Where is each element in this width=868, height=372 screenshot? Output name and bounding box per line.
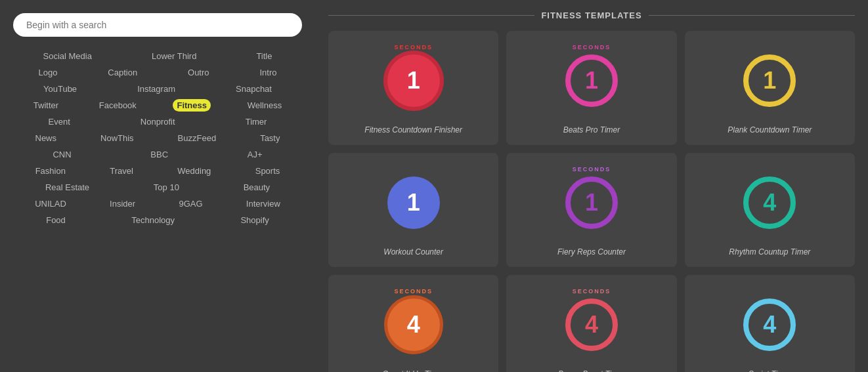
tag-cnn[interactable]: CNN xyxy=(49,148,75,161)
tags-row: LogoCaptionOutroIntro xyxy=(13,66,302,79)
tag-bbc[interactable]: BBC xyxy=(146,148,172,161)
template-visual-sprint: 4 xyxy=(695,285,844,364)
tag-insider[interactable]: Insider xyxy=(106,197,139,210)
tag-youtube[interactable]: YouTube xyxy=(39,83,81,95)
tag-intro[interactable]: Intro xyxy=(255,66,280,79)
template-card-fiery[interactable]: SECONDS1Fiery Reps Counter xyxy=(506,153,676,267)
tag-social-media[interactable]: Social Media xyxy=(39,50,96,62)
tag-real-estate[interactable]: Real Estate xyxy=(41,181,93,194)
circle-timer-power: 4 xyxy=(565,299,618,351)
header-line-right xyxy=(649,15,855,16)
tag-beauty[interactable]: Beauty xyxy=(240,181,274,194)
tags-row: EventNonprofitTimer xyxy=(13,115,302,128)
template-visual-countup: SECONDS4 xyxy=(339,285,488,364)
template-visual-power: SECONDS4 xyxy=(517,285,666,364)
tag-fashion[interactable]: Fashion xyxy=(32,165,70,177)
template-card-fitness-countdown[interactable]: SECONDS1Fitness Countdown Finisher xyxy=(328,31,498,145)
tags-row: CNNBBCAJ+ xyxy=(13,148,302,161)
tag-fitness[interactable]: Fitness xyxy=(173,99,211,112)
tag-wellness[interactable]: Wellness xyxy=(244,99,286,112)
tag-top-10[interactable]: Top 10 xyxy=(150,181,183,194)
template-label-beats-pro: Beats Pro Timer xyxy=(563,125,620,134)
template-visual-fiery: SECONDS1 xyxy=(517,163,666,242)
template-label-plank: Plank Countdown Timer xyxy=(727,125,812,134)
template-label-sprint: Sprint Timer xyxy=(749,369,791,372)
tag-shopify[interactable]: Shopify xyxy=(236,214,272,226)
circle-timer-rhythm: 4 xyxy=(743,176,796,229)
tag-wedding[interactable]: Wedding xyxy=(173,165,215,177)
tag-tasty[interactable]: Tasty xyxy=(256,132,284,144)
template-card-sprint[interactable]: 4Sprint Timer xyxy=(685,275,855,372)
seconds-badge-beats-pro: SECONDS xyxy=(573,44,611,51)
tag-news[interactable]: News xyxy=(32,132,61,144)
seconds-badge-power: SECONDS xyxy=(573,288,611,295)
template-card-countup[interactable]: SECONDS4Count It Up Timer xyxy=(328,275,498,372)
templates-grid: SECONDS1Fitness Countdown FinisherSECOND… xyxy=(328,31,855,372)
template-label-rhythm: Rhythm Countup Timer xyxy=(729,247,810,257)
template-card-plank[interactable]: 1Plank Countdown Timer xyxy=(685,31,855,145)
template-card-power[interactable]: SECONDS4Power Boost Timer xyxy=(506,275,676,372)
circle-timer-fiery: 1 xyxy=(565,176,618,229)
template-card-rhythm[interactable]: 4Rhythm Countup Timer xyxy=(685,153,855,267)
template-visual-beats-pro: SECONDS1 xyxy=(517,41,666,120)
tag-snapchat[interactable]: Snapchat xyxy=(232,83,276,95)
tags-row: FashionTravelWeddingSports xyxy=(13,165,302,177)
template-label-fitness-countdown: Fitness Countdown Finisher xyxy=(364,125,462,134)
tags-row: NewsNowThisBuzzFeedTasty xyxy=(13,132,302,144)
tag-lower-third[interactable]: Lower Third xyxy=(148,50,200,62)
tag-interview[interactable]: Interview xyxy=(242,197,284,210)
tag-travel[interactable]: Travel xyxy=(106,165,137,177)
tag-instagram[interactable]: Instagram xyxy=(133,83,179,95)
circle-timer-countup: 4 xyxy=(387,299,440,351)
tag-title[interactable]: Title xyxy=(252,50,276,62)
template-visual-rhythm: 4 xyxy=(695,163,844,242)
tag-timer[interactable]: Timer xyxy=(242,115,271,128)
tag-unilad[interactable]: UNILAD xyxy=(31,197,70,210)
tag-event[interactable]: Event xyxy=(45,115,74,128)
tag-nowthis[interactable]: NowThis xyxy=(97,132,138,144)
tag-technology[interactable]: Technology xyxy=(127,214,179,226)
circle-timer-sprint: 4 xyxy=(743,299,796,351)
tag-food[interactable]: Food xyxy=(42,214,70,226)
template-label-workout: Workout Counter xyxy=(383,247,443,257)
tag-logo[interactable]: Logo xyxy=(34,66,61,79)
tag-outro[interactable]: Outro xyxy=(184,66,213,79)
tags-grid: Social MediaLower ThirdTitleLogoCaptionO… xyxy=(13,50,302,226)
template-visual-plank: 1 xyxy=(695,41,844,120)
circle-timer-beats-pro: 1 xyxy=(565,54,618,107)
tag-sports[interactable]: Sports xyxy=(251,165,284,177)
header-line-left xyxy=(328,15,534,16)
search-input[interactable] xyxy=(13,13,302,37)
tag-buzzfeed[interactable]: BuzzFeed xyxy=(174,132,221,144)
template-visual-fitness-countdown: SECONDS1 xyxy=(339,41,488,120)
template-card-workout[interactable]: 1Workout Counter xyxy=(328,153,498,267)
tag-nonprofit[interactable]: Nonprofit xyxy=(137,115,179,128)
template-label-fiery: Fiery Reps Counter xyxy=(557,247,626,257)
seconds-badge-fitness-countdown: SECONDS xyxy=(394,44,433,51)
tags-row: YouTubeInstagramSnapchat xyxy=(13,83,302,95)
tag-caption[interactable]: Caption xyxy=(104,66,141,79)
section-title: FITNESS TEMPLATES xyxy=(541,10,641,20)
seconds-badge-fiery: SECONDS xyxy=(573,166,611,173)
template-visual-workout: 1 xyxy=(339,163,488,242)
template-card-beats-pro[interactable]: SECONDS1Beats Pro Timer xyxy=(506,31,676,145)
tag-9gag[interactable]: 9GAG xyxy=(175,197,206,210)
tags-row: Social MediaLower ThirdTitle xyxy=(13,50,302,62)
circle-timer-fitness-countdown: 1 xyxy=(387,54,440,107)
section-header: FITNESS TEMPLATES xyxy=(328,10,855,20)
tag-aj+[interactable]: AJ+ xyxy=(244,148,267,161)
circle-timer-workout: 1 xyxy=(387,176,440,229)
tags-row: TwitterFacebookFitnessWellness xyxy=(13,99,302,112)
template-label-countup: Count It Up Timer xyxy=(382,369,445,372)
tags-row: UNILADInsider9GAGInterview xyxy=(13,197,302,210)
tags-row: Real EstateTop 10Beauty xyxy=(13,181,302,194)
main-content: FITNESS TEMPLATES SECONDS1Fitness Countd… xyxy=(315,0,868,372)
circle-timer-plank: 1 xyxy=(743,54,796,107)
tag-twitter[interactable]: Twitter xyxy=(30,99,62,112)
sidebar: Social MediaLower ThirdTitleLogoCaptionO… xyxy=(0,0,315,372)
template-label-power: Power Boost Timer xyxy=(558,369,625,372)
tag-facebook[interactable]: Facebook xyxy=(95,99,141,112)
seconds-badge-countup: SECONDS xyxy=(394,288,433,295)
tags-row: FoodTechnologyShopify xyxy=(13,214,302,226)
